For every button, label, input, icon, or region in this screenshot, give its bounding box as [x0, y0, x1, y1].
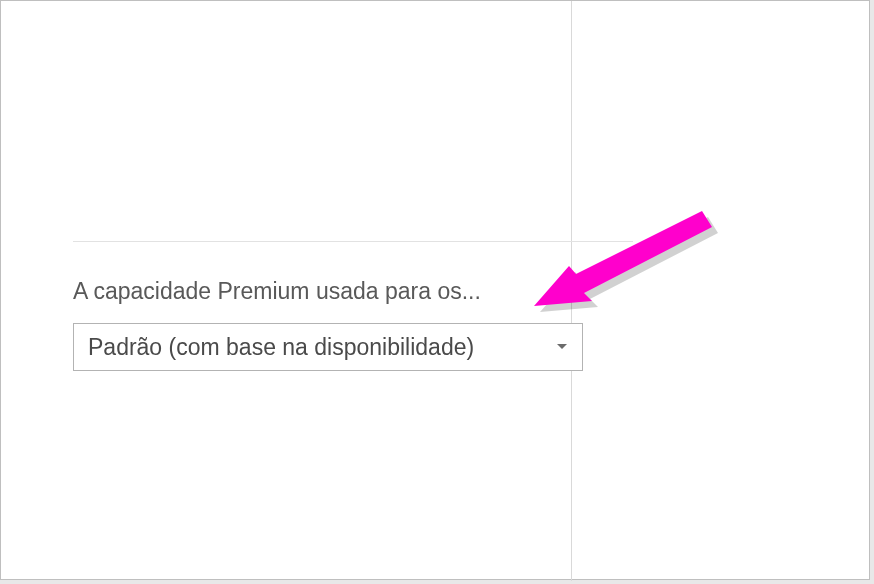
capacity-dropdown-selected-value: Padrão (com base na disponibilidade) [88, 334, 548, 361]
capacity-field-label: A capacidade Premium usada para os... [73, 277, 481, 306]
vertical-panel-divider [571, 1, 572, 581]
svg-marker-1 [534, 211, 712, 306]
chevron-down-icon [556, 343, 568, 351]
annotation-arrow-icon [534, 211, 724, 325]
capacity-dropdown[interactable]: Padrão (com base na disponibilidade) [73, 323, 583, 371]
settings-page: A capacidade Premium usada para os... Pa… [0, 0, 870, 580]
svg-marker-0 [540, 217, 718, 312]
section-divider [73, 241, 633, 242]
